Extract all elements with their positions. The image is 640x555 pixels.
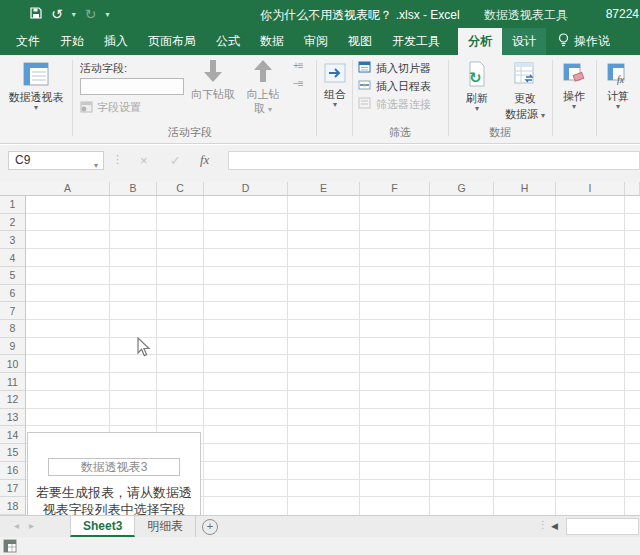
enter-icon[interactable]: ✓ bbox=[170, 153, 181, 168]
column-header-C[interactable]: C bbox=[157, 182, 204, 195]
calculations-button[interactable]: fx 计算 ▾ bbox=[598, 59, 638, 111]
tab-文件[interactable]: 文件 bbox=[6, 28, 50, 55]
tab-scroll-splitter[interactable]: ⋮ bbox=[538, 519, 548, 530]
account-name[interactable]: 87224 bbox=[606, 7, 639, 21]
tab-开始[interactable]: 开始 bbox=[50, 28, 94, 55]
redo-icon[interactable]: ↻ bbox=[85, 7, 97, 21]
row-header-10[interactable]: 10 bbox=[0, 355, 25, 373]
sheet-tab-明细表[interactable]: 明细表 bbox=[135, 516, 196, 537]
mouse-cursor bbox=[137, 337, 151, 361]
row-header-17[interactable]: 17 bbox=[0, 480, 25, 498]
expand-field-icon[interactable]: +≡ bbox=[293, 61, 303, 71]
tab-视图[interactable]: 视图 bbox=[338, 28, 382, 55]
window-title: 你为什么不用透视表呢？ .xlsx - Excel bbox=[210, 7, 510, 24]
column-header-B[interactable]: B bbox=[110, 182, 157, 195]
gridline-horizontal bbox=[26, 337, 640, 338]
column-header-F[interactable]: F bbox=[360, 182, 430, 195]
formula-input[interactable] bbox=[228, 151, 640, 170]
formula-bar-splitter[interactable]: ⋮ bbox=[112, 153, 123, 166]
gridline-horizontal bbox=[26, 390, 640, 391]
name-box[interactable]: C9 ▾ bbox=[8, 151, 104, 170]
sheet-tab-Sheet3[interactable]: Sheet3 bbox=[70, 516, 135, 537]
gridline-vertical bbox=[555, 196, 556, 515]
column-header-partial[interactable] bbox=[625, 182, 640, 195]
row-header-8[interactable]: 8 bbox=[0, 320, 25, 338]
column-header-I[interactable]: I bbox=[556, 182, 625, 195]
qat-customize-icon[interactable]: ▾ bbox=[105, 10, 109, 19]
name-box-dropdown-icon[interactable]: ▾ bbox=[94, 157, 98, 174]
new-sheet-button[interactable]: + bbox=[202, 519, 218, 535]
field-settings-button[interactable]: 字段设置 bbox=[80, 100, 141, 115]
row-header-12[interactable]: 12 bbox=[0, 391, 25, 409]
grid-body[interactable]: 123456789101112131415161718 数据透视表3 若要生成报… bbox=[0, 196, 640, 515]
tell-me[interactable]: 操作说 bbox=[558, 28, 610, 55]
tab-设计[interactable]: 设计 bbox=[502, 28, 546, 55]
tell-me-label: 操作说 bbox=[574, 33, 610, 50]
active-field-input[interactable] bbox=[80, 78, 184, 95]
column-header-A[interactable]: A bbox=[26, 182, 110, 195]
drill-up-button[interactable]: 向上钻 取 ▾ bbox=[240, 58, 286, 114]
row-header-18[interactable]: 18 bbox=[0, 497, 25, 515]
filter-connections-label: 筛选器连接 bbox=[376, 97, 431, 112]
actions-button[interactable]: 操作 ▾ bbox=[554, 59, 594, 111]
save-icon[interactable] bbox=[30, 7, 42, 21]
title-bar: ↺ ▾ ↻ ▾ 你为什么不用透视表呢？ .xlsx - Excel 数据透视表工… bbox=[0, 0, 640, 28]
tab-数据[interactable]: 数据 bbox=[250, 28, 294, 55]
refresh-dropdown-icon: ▾ bbox=[453, 105, 501, 113]
sheet-nav-arrows[interactable]: ◂▸ bbox=[14, 520, 44, 531]
row-headers: 123456789101112131415161718 bbox=[0, 196, 26, 515]
gridline-vertical bbox=[203, 196, 204, 515]
undo-dropdown-icon[interactable]: ▾ bbox=[72, 10, 76, 19]
column-header-G[interactable]: G bbox=[430, 182, 494, 195]
filter-connections-button[interactable]: 筛选器连接 bbox=[358, 97, 431, 111]
row-header-7[interactable]: 7 bbox=[0, 302, 25, 320]
pivot-placeholder[interactable]: 数据透视表3 若要生成报表，请从数据透 视表字段列表中选择字段 bbox=[27, 432, 201, 515]
insert-timeline-label: 插入日程表 bbox=[376, 79, 431, 94]
row-header-15[interactable]: 15 bbox=[0, 444, 25, 462]
row-header-11[interactable]: 11 bbox=[0, 373, 25, 391]
calculations-icon: fx bbox=[607, 75, 629, 87]
gridline-horizontal bbox=[26, 301, 640, 302]
tab-插入[interactable]: 插入 bbox=[94, 28, 138, 55]
name-box-value: C9 bbox=[15, 153, 30, 167]
cancel-icon[interactable]: × bbox=[140, 153, 148, 168]
sheet-tab-bar: ◂▸ Sheet3明细表 + ⋮ ◀ bbox=[0, 515, 640, 537]
tab-页面布局[interactable]: 页面布局 bbox=[138, 28, 206, 55]
collapse-field-icon[interactable]: −≡ bbox=[293, 79, 303, 89]
insert-function-icon[interactable]: fx bbox=[200, 152, 209, 168]
tab-审阅[interactable]: 审阅 bbox=[294, 28, 338, 55]
row-header-4[interactable]: 4 bbox=[0, 249, 25, 267]
column-header-H[interactable]: H bbox=[494, 182, 556, 195]
horizontal-scrollbar[interactable] bbox=[566, 518, 639, 535]
change-data-source-button[interactable]: 更改 数据源 ▾ bbox=[501, 59, 549, 121]
row-header-3[interactable]: 3 bbox=[0, 231, 25, 249]
row-header-9[interactable]: 9 bbox=[0, 338, 25, 356]
group-icon bbox=[324, 73, 346, 85]
group-button[interactable]: 组合 ▾ bbox=[318, 59, 352, 109]
row-header-14[interactable]: 14 bbox=[0, 426, 25, 444]
pivottable-button[interactable]: 数据透视表 ▾ bbox=[6, 59, 66, 112]
gridline-horizontal bbox=[26, 372, 640, 373]
row-header-13[interactable]: 13 bbox=[0, 409, 25, 427]
row-header-1[interactable]: 1 bbox=[0, 196, 25, 214]
group-separator bbox=[316, 60, 317, 136]
undo-icon[interactable]: ↺ bbox=[51, 7, 63, 21]
hscroll-left-icon[interactable]: ◀ bbox=[551, 521, 558, 531]
drill-down-button[interactable]: 向下钻取 bbox=[186, 58, 240, 100]
row-header-16[interactable]: 16 bbox=[0, 462, 25, 480]
insert-slicer-button[interactable]: 插入切片器 bbox=[358, 61, 431, 75]
column-header-D[interactable]: D bbox=[204, 182, 288, 195]
tab-公式[interactable]: 公式 bbox=[206, 28, 250, 55]
pivottable-dropdown-icon: ▾ bbox=[6, 104, 66, 112]
column-header-E[interactable]: E bbox=[288, 182, 360, 195]
tab-分析[interactable]: 分析 bbox=[458, 28, 502, 55]
calculations-dropdown-icon: ▾ bbox=[598, 103, 638, 111]
row-header-6[interactable]: 6 bbox=[0, 285, 25, 303]
gridline-vertical bbox=[624, 196, 625, 515]
row-header-2[interactable]: 2 bbox=[0, 214, 25, 232]
insert-timeline-button[interactable]: 插入日程表 bbox=[358, 79, 431, 93]
refresh-button[interactable]: ↻ 刷新 ▾ bbox=[453, 59, 501, 113]
filter-group-label: 筛选 bbox=[370, 125, 430, 140]
row-header-5[interactable]: 5 bbox=[0, 267, 25, 285]
tab-开发工具[interactable]: 开发工具 bbox=[382, 28, 450, 55]
